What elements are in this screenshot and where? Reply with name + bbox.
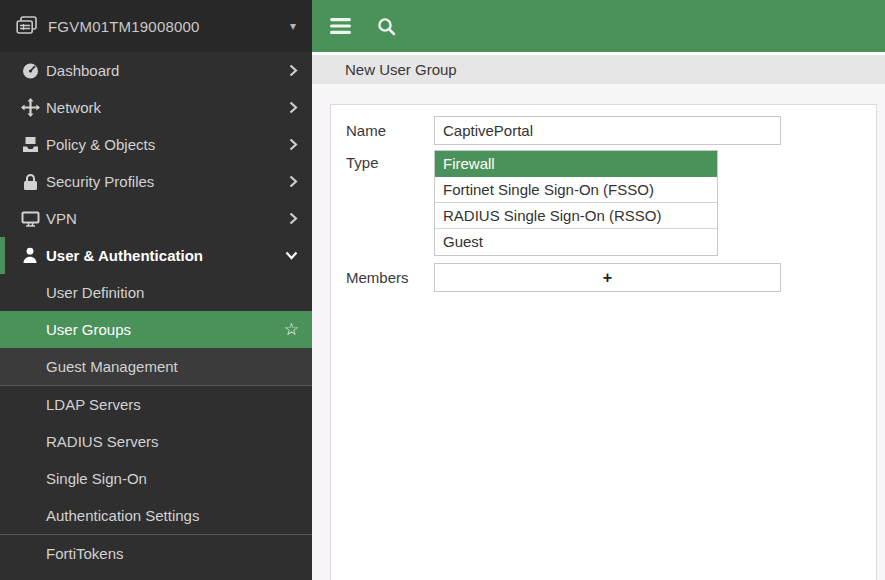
sidebar-item-label: VPN bbox=[46, 210, 77, 227]
chevron-right-icon bbox=[289, 64, 298, 77]
breadcrumb: New User Group bbox=[312, 55, 885, 84]
sidebar-subitem-label: FortiTokens bbox=[46, 545, 124, 562]
monitor-icon bbox=[17, 211, 43, 227]
chevron-right-icon bbox=[289, 212, 298, 225]
user-icon bbox=[17, 247, 43, 264]
sidebar-subitem-label: Authentication Settings bbox=[46, 507, 199, 524]
add-members-button[interactable]: + bbox=[434, 263, 781, 292]
sidebar-subitem-label: Guest Management bbox=[46, 358, 178, 375]
sidebar-item-label: Network bbox=[46, 99, 101, 116]
sidebar-subitem-ldap-servers[interactable]: LDAP Servers bbox=[0, 386, 312, 423]
name-row: Name bbox=[346, 116, 876, 145]
chevron-right-icon bbox=[289, 175, 298, 188]
sidebar-subitem-label: LDAP Servers bbox=[46, 396, 141, 413]
lock-icon bbox=[17, 173, 43, 191]
sidebar-subitem-guest-management[interactable]: Guest Management bbox=[0, 348, 312, 385]
sidebar-item-security-profiles[interactable]: Security Profiles bbox=[0, 163, 312, 200]
hamburger-menu-icon[interactable] bbox=[330, 18, 351, 34]
sidebar-item-network[interactable]: Network bbox=[0, 89, 312, 126]
device-selector[interactable]: FGVM01TM19008000 ▾ bbox=[0, 0, 312, 52]
favorite-star-icon[interactable]: ☆ bbox=[284, 321, 299, 338]
policy-icon bbox=[17, 136, 43, 153]
sidebar-item-label: Dashboard bbox=[46, 62, 119, 79]
sidebar-item-label: Policy & Objects bbox=[46, 136, 155, 153]
sidebar: FGVM01TM19008000 ▾ Dashboard bbox=[0, 0, 312, 580]
type-option-rsso[interactable]: RADIUS Single Sign-On (RSSO) bbox=[435, 203, 717, 229]
sidebar-subitem-fortitokens[interactable]: FortiTokens bbox=[0, 535, 312, 572]
sidebar-subitem-label: RADIUS Servers bbox=[46, 433, 159, 450]
gauge-icon bbox=[17, 62, 43, 79]
sidebar-subitem-single-sign-on[interactable]: Single Sign-On bbox=[0, 460, 312, 497]
sidebar-item-policy-objects[interactable]: Policy & Objects bbox=[0, 126, 312, 163]
members-label: Members bbox=[346, 263, 434, 292]
sidebar-subitem-label: User Definition bbox=[46, 284, 144, 301]
name-input[interactable] bbox=[434, 116, 781, 145]
new-user-group-form: Name Type Firewall Fortinet Single Sign-… bbox=[330, 104, 877, 580]
type-option-firewall[interactable]: Firewall bbox=[435, 151, 717, 177]
page-title: New User Group bbox=[345, 61, 457, 78]
content-area: Name Type Firewall Fortinet Single Sign-… bbox=[312, 84, 885, 580]
main-area: New User Group Name Type Firewall Fortin… bbox=[312, 0, 885, 580]
type-option-fsso[interactable]: Fortinet Single Sign-On (FSSO) bbox=[435, 177, 717, 203]
name-label: Name bbox=[346, 116, 434, 145]
plus-icon: + bbox=[603, 269, 612, 287]
type-option-guest[interactable]: Guest bbox=[435, 229, 717, 255]
type-select-list: Firewall Fortinet Single Sign-On (FSSO) … bbox=[434, 150, 718, 256]
chevron-down-icon bbox=[285, 251, 298, 260]
search-icon[interactable] bbox=[377, 17, 396, 36]
sidebar-item-vpn[interactable]: VPN bbox=[0, 200, 312, 237]
sidebar-subitem-label: User Groups bbox=[46, 321, 131, 338]
topbar bbox=[312, 0, 885, 52]
app-window: FGVM01TM19008000 ▾ Dashboard bbox=[0, 0, 885, 580]
sidebar-item-label: Security Profiles bbox=[46, 173, 154, 190]
move-arrows-icon bbox=[17, 98, 43, 117]
sidebar-subitem-user-groups[interactable]: User Groups ☆ bbox=[0, 311, 312, 348]
type-row: Type Firewall Fortinet Single Sign-On (F… bbox=[346, 150, 876, 256]
sidebar-item-dashboard[interactable]: Dashboard bbox=[0, 52, 312, 89]
sidebar-subitem-radius-servers[interactable]: RADIUS Servers bbox=[0, 423, 312, 460]
type-label: Type bbox=[346, 150, 434, 176]
sidebar-item-label: User & Authentication bbox=[46, 247, 203, 264]
device-name: FGVM01TM19008000 bbox=[48, 18, 200, 35]
device-icon bbox=[16, 16, 38, 36]
sidebar-subitem-user-definition[interactable]: User Definition bbox=[0, 274, 312, 311]
sidebar-subitem-label: Single Sign-On bbox=[46, 470, 147, 487]
sidebar-subitem-authentication-settings[interactable]: Authentication Settings bbox=[0, 497, 312, 534]
members-row: Members + bbox=[346, 263, 876, 292]
chevron-right-icon bbox=[289, 101, 298, 114]
sidebar-item-user-authentication[interactable]: User & Authentication bbox=[0, 237, 312, 274]
caret-down-icon: ▾ bbox=[290, 19, 296, 33]
chevron-right-icon bbox=[289, 138, 298, 151]
